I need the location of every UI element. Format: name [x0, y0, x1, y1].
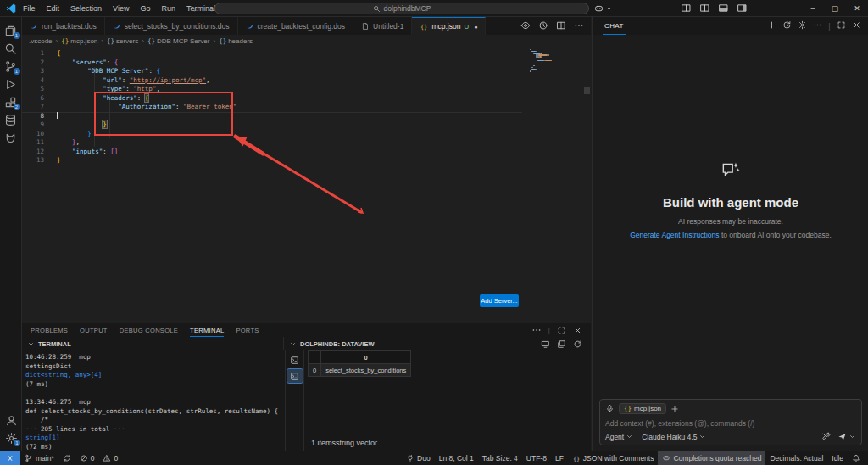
panel-tab-debug-console[interactable]: DEBUG CONSOLE	[120, 323, 178, 337]
terminal-section-header[interactable]: TERMINAL	[22, 337, 283, 350]
status-tab-size[interactable]: Tab Size: 4	[478, 451, 522, 465]
status-idle[interactable]: Idle	[827, 451, 848, 465]
terminal-output[interactable]: 10:46:28.259 mcpsettingsDictdict<string,…	[25, 353, 278, 461]
preview-button[interactable]	[520, 19, 531, 34]
tab-run-backtest-dos[interactable]: run_backtest.dos	[22, 17, 105, 35]
tab-select-stocks-by-conditions-dos[interactable]: select_stocks_by_conditions.dos	[105, 17, 238, 35]
layout-sidebar-right-button[interactable]	[737, 3, 748, 15]
minimize-button[interactable]: –	[802, 0, 824, 17]
status-duo-connection[interactable]: Duo	[402, 451, 435, 465]
menu-go[interactable]: Go	[140, 4, 150, 13]
code-line[interactable]: 12 "inputs": []	[22, 148, 522, 157]
status-branch[interactable]: main*	[20, 451, 58, 465]
sidebar-item-dolphindb-databases[interactable]	[0, 111, 22, 129]
code-line[interactable]: 6 "headers": {	[22, 94, 522, 104]
command-center-search[interactable]: dolphindbMCP	[214, 3, 589, 14]
chat-more-button[interactable]	[813, 20, 822, 31]
code-line[interactable]: 8	[22, 112, 522, 121]
menu-view[interactable]: View	[113, 4, 129, 13]
generate-agent-instructions-link[interactable]: Generate Agent Instructions	[630, 231, 719, 239]
maximize-button[interactable]: ▢	[824, 0, 846, 17]
chat-expand-button[interactable]	[837, 20, 846, 31]
send-button[interactable]	[837, 432, 856, 441]
code-line[interactable]: 7 "Authorization": "Bearer token"	[22, 103, 522, 112]
run-server-button[interactable]	[538, 19, 548, 34]
refresh-icon[interactable]	[573, 339, 582, 349]
close-button[interactable]: ✕	[846, 0, 868, 17]
editor-pane[interactable]: 1{2 "servers": {3 "DDB MCP Server": {4 "…	[22, 47, 591, 323]
terminal-tab-1[interactable]	[287, 353, 303, 367]
customize-layout-button[interactable]	[681, 3, 692, 15]
sidebar-item-settings[interactable]: 1	[0, 429, 22, 447]
back-icon[interactable]: ←	[192, 4, 200, 14]
code-editor[interactable]: 1{2 "servers": {3 "DDB MCP Server": {4 "…	[22, 49, 522, 165]
code-line[interactable]: 9 }	[22, 120, 522, 130]
layout-columns-button[interactable]	[699, 3, 710, 15]
tools-icon[interactable]	[821, 432, 831, 441]
status-cursor-position[interactable]: Ln 8, Col 1	[435, 451, 478, 465]
add-server-button[interactable]: Add Server...	[480, 294, 519, 307]
status-encoding[interactable]: UTF-8	[522, 451, 551, 465]
panel-tab-terminal[interactable]: TERMINAL	[190, 323, 224, 337]
code-line[interactable]: 11 },	[22, 138, 522, 148]
menu-edit[interactable]: Edit	[47, 4, 60, 13]
panel-tab-ports[interactable]: PORTS	[236, 323, 259, 337]
close-panel-icon[interactable]	[573, 326, 582, 335]
menu-run[interactable]: Run	[161, 4, 175, 13]
chat-history-button[interactable]	[782, 20, 792, 31]
sidebar-item-extensions[interactable]: 2	[0, 93, 22, 111]
sidebar-item-source-control[interactable]: 1	[0, 58, 22, 76]
breadcrumb-item-headers[interactable]: {}headers	[219, 37, 253, 45]
status-remote[interactable]	[0, 451, 20, 465]
table-row[interactable]: 0 select_stocks_by_conditions	[309, 364, 411, 377]
status-eol[interactable]: LF	[551, 451, 568, 465]
sidebar-item-search[interactable]	[0, 40, 22, 58]
chat-close-button[interactable]	[852, 20, 861, 31]
dataview-table[interactable]: 0 0 select_stocks_by_conditions	[308, 350, 411, 377]
status-decimals[interactable]: Decimals: Actual	[765, 451, 827, 465]
chat-input-box[interactable]: {} mcp.json Add context (#), extensions …	[599, 399, 862, 445]
menu-file[interactable]: File	[23, 4, 36, 13]
status-sync[interactable]	[58, 451, 75, 465]
status-language-mode[interactable]: {}JSON with Comments	[568, 451, 659, 465]
code-line[interactable]: 13}	[22, 156, 522, 165]
more-actions-icon[interactable]	[531, 325, 542, 335]
status-errors[interactable]: 0	[75, 451, 99, 465]
model-picker[interactable]: Claude Haiku 4.5	[642, 433, 706, 441]
tab-mcp-json[interactable]: {}mcp.jsonU●	[412, 17, 486, 35]
dataview-section-header[interactable]: DOLPHINDB: DATAVIEW	[283, 337, 591, 350]
editor-scrollbar[interactable]	[584, 87, 590, 94]
breadcrumb-item-mcp-json[interactable]: {}mcp.json	[61, 37, 97, 45]
code-line[interactable]: 2 "servers": {	[22, 59, 522, 68]
sidebar-item-explorer[interactable]: 1	[0, 22, 22, 40]
code-line[interactable]: 3 "DDB MCP Server": {	[22, 67, 522, 76]
sidebar-item-dolphindb[interactable]	[0, 129, 22, 147]
tab-create-backtest-config-dos[interactable]: create_backtest_config.dos	[238, 17, 353, 35]
copilot-icon[interactable]	[593, 3, 604, 14]
code-line[interactable]: 1{	[22, 49, 522, 59]
chat-gear-button[interactable]	[798, 20, 807, 31]
breadcrumb-item--vscode[interactable]: .vscode	[29, 37, 53, 45]
menu-selection[interactable]: Selection	[70, 4, 102, 13]
status-notifications[interactable]	[848, 451, 865, 465]
sidebar-item-accounts[interactable]	[0, 412, 22, 429]
panel-tab-output[interactable]: OUTPUT	[80, 323, 108, 337]
copilot-menu[interactable]	[593, 0, 613, 17]
status-warnings[interactable]: 0	[98, 451, 122, 465]
maximize-panel-icon[interactable]	[557, 326, 566, 335]
sidebar-item-run-debug[interactable]	[0, 76, 22, 93]
status-copilot-quota[interactable]: Completions quota reached	[658, 451, 765, 465]
chat-plus-button[interactable]	[767, 20, 776, 31]
breadcrumb-item-ddb-mcp-server[interactable]: {}DDB MCP Server	[147, 37, 210, 45]
breadcrumb-item-servers[interactable]: {}servers	[107, 37, 138, 45]
code-line[interactable]: 4 "url": "http://ip:port/mcp",	[22, 76, 522, 86]
layout-panel-button[interactable]	[718, 3, 729, 15]
terminal-tab-2[interactable]	[287, 369, 303, 383]
split-editor-button[interactable]	[556, 19, 566, 34]
code-line[interactable]: 10 }	[22, 130, 522, 139]
open-in-window-icon[interactable]	[541, 339, 550, 349]
add-context-icon[interactable]	[670, 405, 679, 413]
code-line[interactable]: 5 "type": "http",	[22, 85, 522, 94]
tab-untitled-1[interactable]: Untitled-1	[353, 17, 412, 35]
tab-chat[interactable]: CHAT	[603, 17, 626, 35]
